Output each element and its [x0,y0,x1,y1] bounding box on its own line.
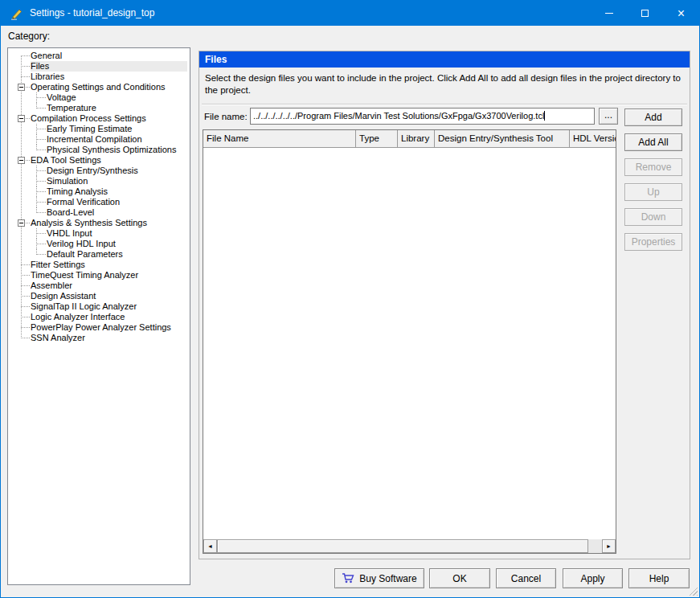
scroll-left-button[interactable]: ◄ [203,539,217,553]
cancel-button[interactable]: Cancel [496,568,556,588]
tree-item-files[interactable]: Files [8,61,190,72]
column-header-design-entry-synthesis-tool[interactable]: Design Entry/Synthesis Tool [435,130,570,147]
tree-item-label: EDA Tool Settings [31,155,187,166]
down-button[interactable]: Down [624,208,682,226]
tree-item-label: Analysis & Synthesis Settings [31,218,187,228]
tree-item-design-entry-synthesis[interactable]: Design Entry/Synthesis [8,166,190,176]
tree-item-label: Verilog HDL Input [47,239,187,249]
tree-item-label: General [31,51,187,61]
tree-item-assembler[interactable]: Assembler [8,281,190,291]
column-header-file-name[interactable]: File Name [203,130,356,147]
tree-item-early-timing-estimate[interactable]: Early Timing Estimate [8,124,190,134]
tree-item-simulation[interactable]: Simulation [8,176,190,186]
collapse-icon[interactable] [18,157,25,164]
tree-item-formal-verification[interactable]: Formal Verification [8,197,190,207]
tree-item-ssn-analyzer[interactable]: SSN Analyzer [8,333,190,343]
add-button[interactable]: Add [624,109,682,126]
buy-software-button[interactable]: Buy Software [334,568,424,588]
category-tree-panel: GeneralFilesLibrariesOperating Settings … [7,47,190,585]
tree-item-powerplay-power-analyzer-settings[interactable]: PowerPlay Power Analyzer Settings [8,322,190,333]
tree-item-voltage[interactable]: Voltage [8,92,190,103]
tree-item-fitter-settings[interactable]: Fitter Settings [8,260,190,270]
add-all-button[interactable]: Add All [624,133,682,151]
horizontal-scrollbar[interactable]: ◄ ► [203,539,616,553]
shopping-cart-icon [342,573,354,584]
scrollbar-thumb[interactable] [217,539,588,553]
separator [202,104,687,105]
page-title: Files [199,51,690,68]
table-body[interactable] [203,148,616,539]
up-button[interactable]: Up [624,183,682,201]
pencil-icon [10,6,23,20]
files-page: Files Select the design files you want t… [199,51,690,559]
maximize-button[interactable] [627,1,663,26]
tree-item-label: Design Assistant [31,291,187,301]
tree-item-label: Assembler [31,281,187,291]
tree-item-signaltap-ii-logic-analyzer[interactable]: SignalTap II Logic Analyzer [8,301,190,312]
column-header-library[interactable]: Library [398,130,435,147]
close-button[interactable]: × [663,1,699,26]
tree-item-compilation-process-settings[interactable]: Compilation Process Settings [8,113,190,124]
tree-item-label: PowerPlay Power Analyzer Settings [31,322,187,333]
category-tree: GeneralFilesLibrariesOperating Settings … [8,48,190,343]
tree-item-operating-settings-and-conditions[interactable]: Operating Settings and Conditions [8,82,190,92]
text-caret [544,111,545,121]
page-description: Select the design files you want to incl… [205,72,686,96]
tree-item-incremental-compilation[interactable]: Incremental Compilation [8,134,190,145]
window-controls: × [591,1,699,26]
titlebar[interactable]: Settings - tutorial_design_top × [1,1,699,26]
tree-item-vhdl-input[interactable]: VHDL Input [8,228,190,239]
tree-item-design-assistant[interactable]: Design Assistant [8,291,190,301]
help-button[interactable]: Help [628,568,690,588]
tree-item-analysis-synthesis-settings[interactable]: Analysis & Synthesis Settings [8,218,190,228]
tree-item-label: Temperature [47,103,187,113]
file-name-label: File name: [204,112,248,121]
minimize-icon [605,13,613,14]
maximize-icon [641,10,649,17]
tree-item-default-parameters[interactable]: Default Parameters [8,249,190,260]
apply-button[interactable]: Apply [563,568,623,588]
remove-button[interactable]: Remove [624,158,682,176]
tree-item-label: Simulation [47,176,187,186]
tree-item-eda-tool-settings[interactable]: EDA Tool Settings [8,155,190,166]
files-table: File Name Type Library Design Entry/Synt… [203,129,616,554]
scroll-right-icon: ► [606,543,612,549]
tree-item-label: TimeQuest Timing Analyzer [31,270,187,281]
collapse-icon[interactable] [18,115,25,122]
tree-item-label: Voltage [47,92,187,103]
tree-item-label: Fitter Settings [31,260,187,270]
buy-software-label: Buy Software [359,573,416,584]
column-header-hdl-version[interactable]: HDL Version [570,130,616,147]
tree-item-timequest-timing-analyzer[interactable]: TimeQuest Timing Analyzer [8,270,190,281]
tree-item-verilog-hdl-input[interactable]: Verilog HDL Input [8,239,190,249]
tree-item-label: Physical Synthesis Optimizations [47,145,187,155]
tree-item-libraries[interactable]: Libraries [8,72,190,82]
collapse-icon[interactable] [18,219,25,227]
tree-item-general[interactable]: General [8,51,190,61]
tree-item-physical-synthesis-optimizations[interactable]: Physical Synthesis Optimizations [8,145,190,155]
tree-item-label: Libraries [31,72,187,82]
tree-item-board-level[interactable]: Board-Level [8,207,190,218]
tree-item-label: Incremental Compilation [47,134,187,145]
close-icon: × [677,7,685,20]
tree-item-label: Early Timing Estimate [47,124,187,134]
column-header-type[interactable]: Type [356,130,398,147]
browse-button[interactable]: ... [599,108,618,125]
ok-button[interactable]: OK [429,568,490,588]
properties-button[interactable]: Properties [624,233,682,251]
tree-item-temperature[interactable]: Temperature [8,103,190,113]
tree-item-label: SignalTap II Logic Analyzer [31,301,187,312]
tree-item-label: Operating Settings and Conditions [31,82,187,92]
tree-item-logic-analyzer-interface[interactable]: Logic Analyzer Interface [8,312,190,322]
tree-item-label: SSN Analyzer [31,333,187,343]
file-name-input[interactable]: ../../../../../../Program Files/Marvin T… [250,108,595,125]
tree-item-label: Design Entry/Synthesis [47,166,187,176]
tree-item-label: Timing Analysis [47,186,187,197]
tree-item-timing-analysis[interactable]: Timing Analysis [8,186,190,197]
minimize-button[interactable] [591,1,627,26]
tree-item-label: Formal Verification [47,197,187,207]
settings-dialog: Settings - tutorial_design_top × Categor… [0,0,700,598]
scroll-right-button[interactable]: ► [602,539,616,553]
scroll-left-icon: ◄ [207,543,213,549]
collapse-icon[interactable] [18,84,25,91]
